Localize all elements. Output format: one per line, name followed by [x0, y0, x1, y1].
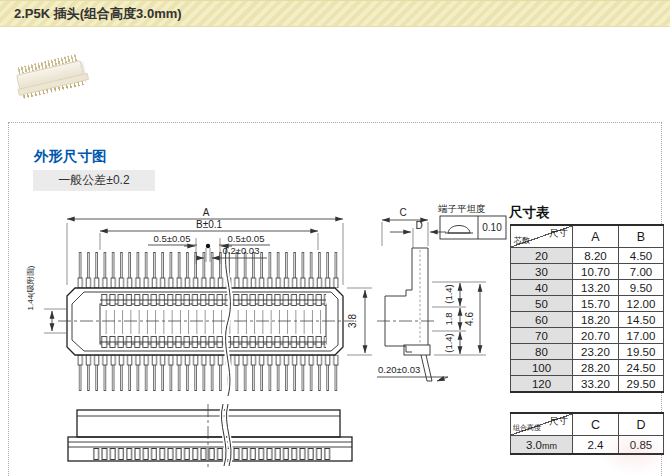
col-header-C: C — [573, 413, 619, 436]
dim-C: C — [399, 207, 406, 218]
size-table-title: 尺寸表 — [509, 204, 550, 222]
table-row: 3010.707.00 — [511, 264, 664, 280]
b-cell: 9.50 — [619, 280, 664, 296]
dim-B: B±0.1 — [196, 219, 222, 230]
cores-cell: 20 — [511, 248, 573, 264]
cores-cell: 30 — [511, 264, 573, 280]
corner-label-size: 尺寸 — [549, 227, 568, 240]
height-cell: 3.0mm — [511, 436, 573, 455]
col-header-B: B — [619, 225, 664, 248]
cores-cell: 80 — [511, 344, 573, 360]
b-cell: 4.50 — [619, 248, 664, 264]
product-photo — [14, 56, 92, 102]
b-cell: 12.00 — [619, 296, 664, 312]
height-value: 3.0 — [526, 439, 542, 451]
table-row: 3.0mm 2.4 0.85 — [511, 436, 664, 455]
dim-D: D — [415, 220, 422, 231]
a-cell: 18.20 — [573, 312, 619, 328]
dim-stack-top: (1.4) — [443, 284, 454, 304]
a-cell: 10.70 — [573, 264, 619, 280]
bottom-pin-row — [76, 355, 341, 391]
dim-stack-bot: (1.4) — [443, 333, 454, 353]
height-unit: mm — [542, 441, 557, 451]
a-cell: 13.20 — [573, 280, 619, 296]
top-view: A B±0.1 0.5±0.05 0.5±0.05 0.2±0.03 3.8 1… — [26, 207, 372, 396]
section-header-bar: 2.P5K 插头(组合高度3.0mm) — [0, 0, 670, 27]
contact-slots — [102, 310, 324, 334]
table-row: 6018.2014.50 — [511, 312, 664, 328]
outline-drawing: A B±0.1 0.5±0.05 0.5±0.05 0.2±0.03 3.8 1… — [0, 190, 520, 476]
front-view — [68, 404, 352, 468]
cores-cell: 100 — [511, 360, 573, 376]
side-view: C D 端子平坦度 0.10 (1.4) 1.8 (1.4) 4.6 0.20±… — [377, 203, 506, 381]
a-cell: 33.20 — [573, 376, 619, 393]
table-row: 8023.2019.50 — [511, 344, 664, 360]
section-header-title: 2.P5K 插头(组合高度3.0mm) — [14, 1, 182, 26]
table-row: 10028.2024.50 — [511, 360, 664, 376]
height-table: 尺寸 组合高度 C D 3.0mm 2.4 0.85 — [510, 412, 664, 455]
corner-label-size: 尺寸 — [549, 415, 568, 428]
b-cell: 19.50 — [619, 344, 664, 360]
cores-cell: 50 — [511, 296, 573, 312]
cores-cell: 60 — [511, 312, 573, 328]
col-header-D: D — [619, 413, 664, 436]
dim-body-width: 3.8 — [347, 314, 358, 328]
a-cell: 20.70 — [573, 328, 619, 344]
size-table: 尺寸 芯数 A B 208.204.50 3010.707.00 4013.20… — [510, 224, 664, 393]
table-row: 5015.7012.00 — [511, 296, 664, 312]
flatness-label: 端子平坦度 — [438, 203, 486, 214]
corner-label-cores: 芯数 — [514, 235, 530, 246]
top-pin-row — [76, 252, 341, 288]
a-cell: 15.70 — [573, 296, 619, 312]
flatness-symbol-icon — [448, 226, 470, 234]
col-header-A: A — [573, 225, 619, 248]
c-cell: 2.4 — [573, 436, 619, 455]
table-row: 12033.2029.50 — [511, 376, 664, 393]
a-cell: 8.20 — [573, 248, 619, 264]
size-table-corner-cell: 尺寸 芯数 — [511, 225, 573, 248]
b-cell: 17.00 — [619, 328, 664, 344]
dim-pitch-left: 0.5±0.05 — [154, 233, 191, 244]
solder-leads — [92, 448, 331, 460]
connector-image — [13, 52, 92, 105]
flatness-value: 0.10 — [482, 222, 502, 233]
b-cell: 24.50 — [619, 360, 664, 376]
cores-cell: 120 — [511, 376, 573, 393]
dim-stack-total: 4.6 — [464, 312, 475, 326]
b-cell: 29.50 — [619, 376, 664, 393]
dim-suction-face: 1.44(吸附面) — [26, 265, 35, 310]
d-cell: 0.85 — [619, 436, 664, 455]
tolerance-note: 一般公差±0.2 — [33, 170, 155, 191]
b-cell: 7.00 — [619, 264, 664, 280]
table-row: 4013.209.50 — [511, 280, 664, 296]
cores-cell: 70 — [511, 328, 573, 344]
dim-A: A — [203, 207, 210, 218]
a-cell: 23.20 — [573, 344, 619, 360]
corner-label-stack-height: 组合高度 — [513, 423, 541, 433]
height-table-corner-cell: 尺寸 组合高度 — [511, 413, 573, 436]
panel-title: 外形尺寸图 — [34, 147, 107, 166]
datum-dot — [206, 244, 210, 248]
a-cell: 28.20 — [573, 360, 619, 376]
dim-stack-mid: 1.8 — [443, 312, 454, 325]
dim-flange-thickness: 0.20±0.03 — [378, 364, 420, 375]
dim-pitch-right: 0.5±0.05 — [228, 233, 265, 244]
b-cell: 14.50 — [619, 312, 664, 328]
table-row: 7020.7017.00 — [511, 328, 664, 344]
cores-cell: 40 — [511, 280, 573, 296]
dim-center-gap: 0.2±0.03 — [223, 245, 260, 256]
table-row: 208.204.50 — [511, 248, 664, 264]
